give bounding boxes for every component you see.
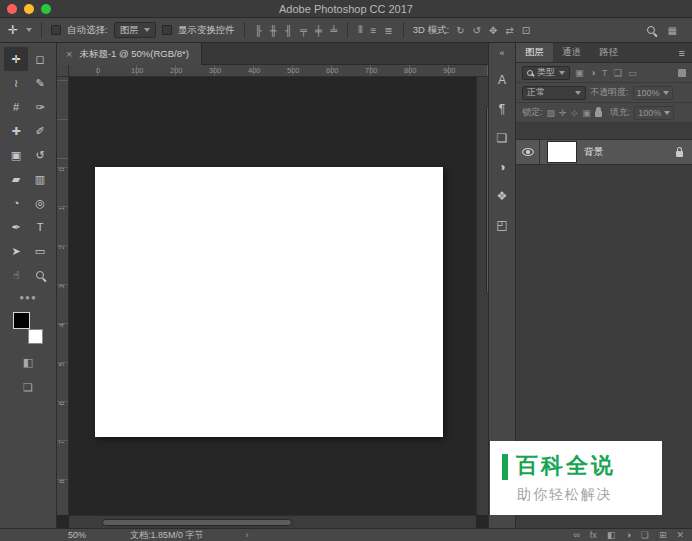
minimize-window-button[interactable]: [24, 4, 34, 14]
scrollbar-thumb[interactable]: [102, 519, 292, 526]
filter-adjustment-layers-icon[interactable]: ◑: [589, 67, 597, 78]
align-left-button[interactable]: ╟: [254, 25, 263, 36]
distribute-all-button[interactable]: ≣: [383, 25, 393, 36]
shape-tool[interactable]: ▭: [28, 239, 52, 263]
type-tool[interactable]: T: [28, 215, 52, 239]
align-center-h-button[interactable]: ╫: [269, 25, 278, 36]
document-tab[interactable]: × 未标题-1 @ 50%(RGB/8*): [57, 43, 202, 65]
caret-down-icon: [144, 28, 150, 32]
align-middle-button[interactable]: ╪: [314, 25, 323, 36]
gradient-tool[interactable]: ▥: [28, 167, 52, 191]
align-bottom-button[interactable]: ╧: [329, 25, 338, 36]
canvas-viewport[interactable]: [69, 77, 476, 515]
delete-layer-icon[interactable]: ✕: [676, 530, 684, 540]
background-color-swatch[interactable]: [28, 329, 43, 344]
distribute-v-button[interactable]: ≡: [369, 25, 377, 36]
tool-preset-caret-icon[interactable]: [26, 28, 32, 32]
move-tool[interactable]: ✛: [4, 47, 28, 71]
align-right-button[interactable]: ╢: [284, 25, 293, 36]
workspace-switcher-icon[interactable]: ▦: [667, 25, 678, 36]
search-icon[interactable]: [647, 26, 655, 34]
filter-toggle-switch[interactable]: [678, 69, 686, 77]
layer-filter-dropdown[interactable]: 类型: [522, 66, 570, 80]
character-panel-icon[interactable]: A: [498, 73, 506, 87]
blend-mode-dropdown[interactable]: 正常: [522, 86, 586, 100]
filter-type-layers-icon[interactable]: T: [601, 67, 609, 78]
zoom-level[interactable]: 50%: [68, 530, 86, 540]
filter-shape-layers-icon[interactable]: ❏: [613, 67, 624, 78]
roll-3d-button[interactable]: ↺: [472, 25, 482, 36]
horizontal-scrollbar[interactable]: [69, 515, 476, 528]
vertical-scrollbar[interactable]: [476, 77, 488, 515]
new-group-icon[interactable]: ❏: [641, 530, 649, 540]
lasso-tool[interactable]: ≀: [4, 71, 28, 95]
scale-3d-button[interactable]: ⊡: [521, 25, 531, 36]
lock-artboard-icon[interactable]: ▣: [582, 108, 591, 118]
edit-toolbar-button[interactable]: ●●●: [0, 293, 56, 302]
foreground-color-swatch[interactable]: [13, 312, 30, 329]
eyedropper-tool[interactable]: ✑: [28, 95, 52, 119]
pen-tool[interactable]: ✒: [4, 215, 28, 239]
lock-all-icon[interactable]: [595, 111, 602, 117]
align-top-button[interactable]: ╤: [299, 25, 308, 36]
blur-tool[interactable]: ◔: [4, 191, 28, 215]
pan-3d-button[interactable]: ✥: [488, 25, 498, 36]
vertical-ruler: 0 1 2 3 4 5 6 7 8: [57, 77, 69, 515]
clone-stamp-tool[interactable]: ▣: [4, 143, 28, 167]
screen-mode-button[interactable]: ❏: [23, 381, 33, 394]
auto-select-checkbox[interactable]: [51, 25, 61, 35]
swatches-panel-icon[interactable]: ❏: [497, 131, 508, 145]
paragraph-panel-icon[interactable]: ¶: [499, 102, 505, 116]
lock-pixels-icon[interactable]: ✛: [559, 108, 567, 118]
document-canvas[interactable]: [95, 167, 443, 437]
layer-style-icon[interactable]: fx: [590, 530, 597, 540]
quick-mask-button[interactable]: ◧: [23, 356, 33, 369]
layer-visibility-toggle[interactable]: [516, 140, 540, 164]
link-layers-icon[interactable]: ∞: [573, 530, 579, 540]
layer-thumbnail[interactable]: [547, 141, 577, 163]
close-tab-icon[interactable]: ×: [66, 48, 72, 60]
layers-panel-bottom-bar: ∞ fx ◧ ◑ ❏ ⊞ ✕: [573, 530, 692, 540]
eraser-tool[interactable]: ▰: [4, 167, 28, 191]
adjustment-layer-icon[interactable]: ◑: [625, 530, 630, 540]
tab-channels[interactable]: 通道: [553, 43, 590, 62]
filter-smart-objects-icon[interactable]: ▭: [627, 67, 638, 78]
traffic-lights: [7, 4, 51, 14]
new-layer-icon[interactable]: ⊞: [659, 530, 667, 540]
orbit-3d-button[interactable]: ↻: [455, 25, 465, 36]
layer-row-background[interactable]: 背景: [516, 139, 692, 165]
dodge-tool[interactable]: ◎: [28, 191, 52, 215]
close-window-button[interactable]: [7, 4, 17, 14]
adjustments-panel-icon[interactable]: ◑: [498, 160, 505, 174]
zoom-tool[interactable]: [28, 263, 52, 287]
fullscreen-window-button[interactable]: [41, 4, 51, 14]
marquee-tool[interactable]: ◻: [28, 47, 52, 71]
layer-filter-row: 类型 ▣ ◑ T ❏ ▭: [516, 63, 692, 83]
auto-select-target-dropdown[interactable]: 图层: [114, 22, 156, 38]
show-transform-checkbox[interactable]: [162, 25, 172, 35]
status-popup-chevron[interactable]: ›: [246, 530, 249, 540]
properties-panel-icon[interactable]: ◰: [496, 218, 507, 232]
filter-pixel-layers-icon[interactable]: ▣: [574, 67, 585, 78]
tab-layers[interactable]: 图层: [516, 43, 553, 62]
expand-panels-icon[interactable]: «: [499, 48, 504, 58]
lock-position-icon[interactable]: ⊹: [571, 108, 579, 118]
panel-menu-icon[interactable]: ≡: [672, 43, 692, 62]
spot-healing-tool[interactable]: ✚: [4, 119, 28, 143]
hand-tool[interactable]: ☝: [4, 263, 28, 287]
libraries-panel-icon[interactable]: ❖: [497, 189, 508, 203]
ruler-origin-corner[interactable]: [57, 65, 69, 77]
active-tool-icon[interactable]: ✛: [8, 23, 18, 37]
distribute-h-button[interactable]: ⫴: [357, 24, 363, 36]
opacity-value-dropdown[interactable]: 100%: [633, 86, 673, 100]
fill-value-dropdown[interactable]: 100%: [634, 106, 674, 120]
brush-tool[interactable]: ✐: [28, 119, 52, 143]
crop-tool[interactable]: #: [4, 95, 28, 119]
path-selection-tool[interactable]: ➤: [4, 239, 28, 263]
slide-3d-button[interactable]: ⇄: [504, 25, 514, 36]
quick-selection-tool[interactable]: ✎: [28, 71, 52, 95]
lock-transparency-icon[interactable]: ▨: [547, 108, 556, 118]
add-mask-icon[interactable]: ◧: [607, 530, 616, 540]
history-brush-tool[interactable]: ↺: [28, 143, 52, 167]
tab-paths[interactable]: 路径: [590, 43, 627, 62]
